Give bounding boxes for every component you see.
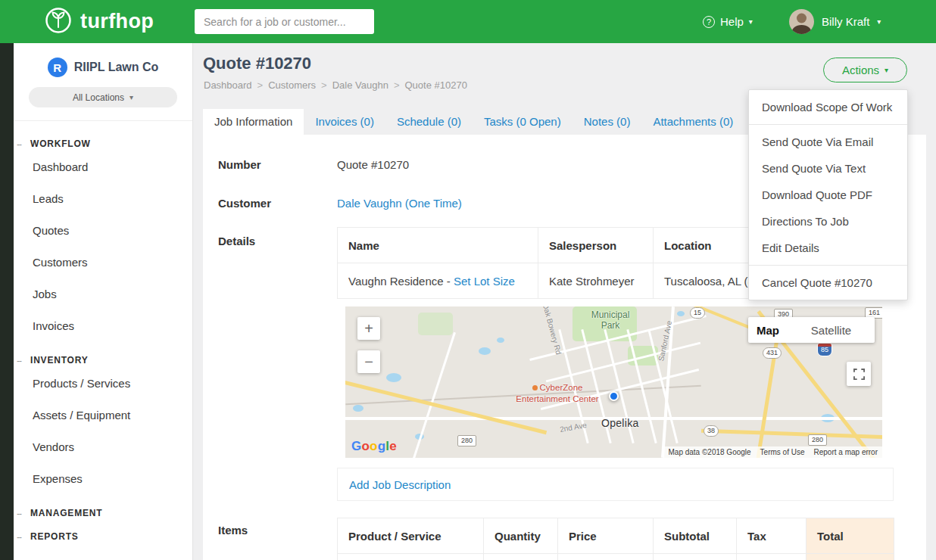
sidebar: R RIIPL Lawn Co All Locations ▾ --WORKFL… bbox=[14, 43, 193, 560]
number-value: Quote #10270 bbox=[337, 158, 409, 171]
map-canvas[interactable]: Municipal Park CyberZone Entertainment C… bbox=[345, 306, 882, 458]
sidebar-item-assets-equipment[interactable]: Assets / Equipment bbox=[14, 400, 192, 431]
route-shield-15: 15 bbox=[690, 307, 705, 319]
route-shield-431: 431 bbox=[763, 347, 782, 359]
set-lot-size-link[interactable]: Set Lot Size bbox=[454, 275, 515, 288]
tab-tasks[interactable]: Tasks (0 Open) bbox=[473, 109, 573, 135]
items-header-tax: Tax bbox=[737, 518, 807, 554]
zoom-out-button[interactable]: − bbox=[357, 350, 380, 373]
number-label: Number bbox=[218, 158, 261, 171]
map-water bbox=[386, 373, 401, 382]
map-water bbox=[353, 405, 363, 412]
menu-item-cancel-quote[interactable]: Cancel Quote #10270 bbox=[749, 269, 907, 296]
map-label-cyberzone: CyberZone Entertainment Center bbox=[508, 382, 607, 405]
sidebar-item-customers[interactable]: Customers bbox=[14, 247, 192, 278]
search-input[interactable] bbox=[195, 9, 374, 34]
map-label-opelika: Opelika bbox=[601, 417, 639, 429]
zoom-in-button[interactable]: + bbox=[357, 317, 380, 340]
details-header-salesperson: Salesperson bbox=[538, 228, 654, 263]
breadcrumb: Dashboard > Customers > Dale Vaughn > Qu… bbox=[204, 79, 467, 91]
map-label-municipal-park: Municipal Park bbox=[583, 310, 638, 331]
details-label: Details bbox=[218, 235, 255, 247]
items-table: Product / Service Quantity Price Subtota… bbox=[337, 518, 894, 560]
fullscreen-button[interactable] bbox=[847, 362, 871, 386]
customer-value: Dale Vaughn (One Time) bbox=[337, 197, 462, 210]
menu-item-edit-details[interactable]: Edit Details bbox=[749, 235, 907, 261]
caret-down-icon: ▾ bbox=[885, 66, 888, 74]
menu-item-download-quote-pdf[interactable]: Download Quote PDF bbox=[749, 182, 907, 208]
section-dash-icon: -- bbox=[17, 532, 21, 543]
actions-dropdown-menu: Download Scope Of Work Send Quote Via Em… bbox=[748, 89, 908, 300]
company-logo-badge: R bbox=[48, 58, 67, 77]
tab-job-information[interactable]: Job Information bbox=[203, 109, 304, 135]
breadcrumb-current: Quote #10270 bbox=[404, 79, 466, 91]
items-header-subtotal: Subtotal bbox=[654, 518, 737, 554]
interstate-shield-85: 85 bbox=[817, 343, 832, 356]
customer-type-link[interactable]: (One Time) bbox=[405, 197, 462, 210]
tab-bar: Job Information Invoices (0) Schedule (0… bbox=[203, 109, 744, 135]
menu-item-send-quote-via-text[interactable]: Send Quote Via Text bbox=[749, 155, 907, 182]
sidebar-item-leads[interactable]: Leads bbox=[14, 183, 192, 215]
nav-section-label: REPORTS bbox=[30, 531, 79, 542]
locations-label: All Locations bbox=[73, 92, 124, 103]
breadcrumb-customers[interactable]: Customers bbox=[268, 79, 316, 91]
breadcrumb-dashboard[interactable]: Dashboard bbox=[204, 79, 252, 91]
sidebar-item-quotes[interactable]: Quotes bbox=[14, 215, 192, 247]
sidebar-item-invoices[interactable]: Invoices bbox=[14, 310, 192, 342]
tab-schedule[interactable]: Schedule (0) bbox=[385, 109, 473, 135]
terms-of-use-link[interactable]: Terms of Use bbox=[760, 448, 805, 456]
app-window: turfhop ? Help ▾ Billy Kraft ▾ R bbox=[0, 0, 936, 560]
topbar: turfhop ? Help ▾ Billy Kraft ▾ bbox=[0, 0, 936, 43]
sidebar-item-products-services[interactable]: Products / Services bbox=[14, 368, 192, 400]
map-type-control: Map Satellite bbox=[748, 317, 875, 343]
sidebar-item-expenses[interactable]: Expenses bbox=[14, 463, 192, 495]
report-map-error-link[interactable]: Report a map error bbox=[814, 448, 878, 456]
sidebar-item-jobs[interactable]: Jobs bbox=[14, 278, 192, 310]
menu-item-send-quote-via-email[interactable]: Send Quote Via Email bbox=[749, 129, 907, 155]
job-description-panel: Add Job Description bbox=[337, 468, 894, 501]
left-edge-bar bbox=[0, 43, 14, 560]
nav-section-label: INVENTORY bbox=[30, 355, 89, 366]
menu-divider bbox=[749, 265, 907, 266]
breadcrumb-separator: > bbox=[394, 79, 400, 91]
help-menu[interactable]: ? Help ▾ bbox=[703, 0, 753, 43]
tab-invoices[interactable]: Invoices (0) bbox=[304, 109, 385, 135]
property-name: Vaughn Residence - bbox=[348, 275, 451, 288]
items-data-row bbox=[338, 554, 894, 560]
sidebar-item-vendors[interactable]: Vendors bbox=[14, 431, 192, 463]
add-job-description-link[interactable]: Add Job Description bbox=[349, 478, 451, 491]
breadcrumb-customer-name[interactable]: Dale Vaughn bbox=[332, 79, 388, 91]
tab-attachments[interactable]: Attachments (0) bbox=[641, 109, 744, 135]
menu-item-download-scope-of-work[interactable]: Download Scope Of Work bbox=[749, 94, 907, 120]
nav-section-workflow: --WORKFLOW bbox=[14, 138, 192, 149]
map-road bbox=[546, 342, 700, 383]
google-logo[interactable]: Google bbox=[351, 439, 397, 454]
sidebar-item-dashboard[interactable]: Dashboard bbox=[14, 151, 192, 183]
menu-item-directions-to-job[interactable]: Directions To Job bbox=[749, 208, 907, 235]
actions-label: Actions bbox=[842, 64, 879, 76]
map-view-button[interactable]: Map bbox=[748, 317, 788, 343]
user-name: Billy Kraft bbox=[822, 15, 869, 28]
tab-notes[interactable]: Notes (0) bbox=[573, 109, 642, 135]
brand-home-link[interactable]: turfhop bbox=[44, 0, 154, 43]
customer-link[interactable]: Dale Vaughn bbox=[337, 197, 402, 210]
help-icon: ? bbox=[703, 16, 715, 28]
company-name: RIIPL Lawn Co bbox=[74, 61, 159, 74]
map-water bbox=[677, 311, 685, 316]
items-label: Items bbox=[218, 524, 248, 537]
items-header-row: Product / Service Quantity Price Subtota… bbox=[338, 518, 894, 554]
map-attribution: Map data ©2018 Google Terms of Use Repor… bbox=[663, 446, 882, 458]
sidebar-nav: --WORKFLOW Dashboard Leads Quotes Custom… bbox=[14, 121, 192, 542]
locations-selector[interactable]: All Locations ▾ bbox=[29, 87, 177, 107]
chevron-down-icon: ▾ bbox=[129, 93, 133, 101]
satellite-view-button[interactable]: Satellite bbox=[788, 317, 875, 343]
nav-section-inventory: --INVENTORY bbox=[14, 355, 192, 366]
customer-label: Customer bbox=[218, 197, 271, 210]
map-location-marker bbox=[609, 391, 619, 401]
items-header-price: Price bbox=[558, 518, 654, 554]
section-dash-icon: -- bbox=[17, 356, 21, 366]
sidebar-header: R RIIPL Lawn Co All Locations ▾ bbox=[14, 43, 192, 121]
chevron-down-icon: ▾ bbox=[749, 17, 753, 26]
user-menu[interactable]: Billy Kraft ▾ bbox=[789, 0, 881, 43]
actions-button[interactable]: Actions ▾ bbox=[823, 58, 907, 82]
